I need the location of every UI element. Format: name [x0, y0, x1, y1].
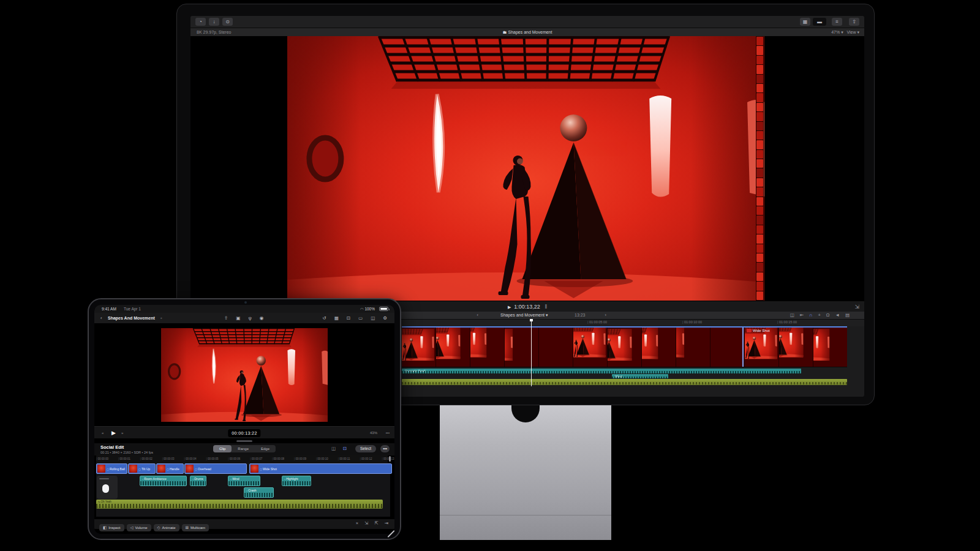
timeline-forward-icon[interactable]: › — [605, 312, 606, 319]
play-button[interactable]: ▶ — [111, 427, 116, 439]
primary-storyline[interactable]: Wide Shot — [402, 326, 847, 367]
ruler-tick: 00:00:08 — [272, 455, 294, 463]
ipad-ruler[interactable]: 00:00:0000:00:0100:00:0200:00:0300:00:04… — [96, 455, 388, 463]
playhead[interactable] — [531, 319, 532, 386]
more-icon[interactable]: ••• — [386, 427, 390, 439]
clip-boundary[interactable] — [742, 328, 744, 367]
audio-clip[interactable]: Wind — [228, 476, 260, 486]
toolbar-button[interactable]: ⊞ Multicam — [182, 524, 209, 531]
timeline-tool-icon[interactable]: + — [818, 312, 820, 319]
ruler-tick: 00:00:13 — [382, 455, 394, 463]
timeline-back-icon[interactable]: ‹ — [477, 312, 478, 319]
insert-icon[interactable]: ⇥ — [385, 520, 388, 526]
mode-option[interactable]: Edge — [255, 445, 276, 452]
audio-clip[interactable]: Room Ambience — [140, 476, 187, 486]
project-title[interactable]: Shapes And Movement — [108, 313, 155, 324]
fullscreen-icon[interactable]: ⇲ — [854, 301, 859, 312]
filmstrip-frame — [779, 328, 813, 367]
nav-icon[interactable]: ψ — [248, 313, 251, 324]
ipad-timeline: Rolling Ball Tilt Up Handle Overhead Wid… — [96, 463, 390, 517]
skip-back-icon[interactable]: « — [102, 427, 104, 439]
ruler-tick: 00:00:03 — [162, 455, 184, 463]
nav-icon[interactable]: ↺ — [322, 313, 326, 324]
selection-mode-segment[interactable]: ClipRangeEdge — [213, 445, 276, 452]
audio-clip[interactable]: Crash — [244, 487, 274, 498]
ipad-viewer-video[interactable] — [161, 328, 328, 422]
nav-icon[interactable]: ◉ — [260, 313, 264, 324]
clip-thumbnail — [251, 465, 258, 473]
clip-thumbnail — [129, 465, 137, 473]
audio-clip[interactable]: Drums — [190, 476, 206, 486]
video-clip[interactable]: Rolling Ball — [96, 463, 127, 474]
audio-clip[interactable]: Dramatic Swell — [402, 369, 801, 373]
toolbar-button-label: Animate — [162, 526, 176, 530]
timeline-tool-icon[interactable]: Ω — [826, 312, 830, 319]
mode-option[interactable]: Range — [232, 445, 255, 452]
toolbar-button-icon: ◧ — [103, 525, 107, 530]
timeline-project-name[interactable]: Shapes and Movement ▾ — [500, 312, 548, 319]
viewer-info-bar: 8K 29.97p, Stereo 🖿 Shapes and Movement … — [190, 28, 864, 36]
drag-handle[interactable] — [236, 440, 252, 442]
timeline-tool-icon[interactable]: ⇤ — [800, 312, 804, 319]
timeline-view-icon[interactable]: ⊡ — [343, 446, 347, 451]
sync-status-icon[interactable]: ◔ — [195, 18, 206, 26]
timeline-zoom-level[interactable]: 43% — [370, 427, 377, 439]
nav-right-icons: ↺▦⊡▭◫⚙ — [322, 313, 387, 324]
browser-grid-icon[interactable]: ▦ — [800, 18, 810, 26]
ruler-scrollbar[interactable] — [389, 456, 391, 462]
ipad-status-bar: 9:41 AM Tue Apr 1 ◠ 100% — [94, 305, 394, 313]
nav-icon[interactable]: ⊡ — [347, 313, 350, 324]
audio-clip[interactable]: Highlight — [282, 476, 311, 486]
connect-clips-icon[interactable]: ◫ — [331, 446, 336, 451]
share-icon[interactable]: ⇧ — [849, 18, 859, 26]
timeline-tool-icon[interactable]: ◫ — [790, 312, 794, 319]
filmstrip-frame — [745, 328, 779, 367]
adjustments-icon[interactable]: ≡ — [832, 18, 842, 26]
import-media-icon[interactable]: ↓ — [209, 18, 219, 26]
connected-clip-thumbnail[interactable] — [97, 476, 118, 499]
clip-thumbnail — [97, 465, 105, 473]
battery-icon — [379, 307, 388, 311]
filmstrip-column — [756, 36, 764, 301]
nav-icon[interactable]: ▦ — [334, 313, 339, 324]
filmstrip-frame — [813, 328, 847, 367]
nav-icon[interactable]: ⚙ — [383, 313, 387, 324]
video-clip[interactable]: Wide Shot — [249, 463, 392, 474]
nav-icon[interactable]: ▭ — [358, 313, 363, 324]
select-button[interactable]: Select — [355, 445, 376, 452]
view-dropdown[interactable]: View ▾ — [846, 30, 859, 34]
ruler-tick: 01:00:10:00 — [682, 320, 702, 324]
delete-icon[interactable]: × — [356, 520, 358, 526]
nav-icon[interactable]: ▣ — [236, 313, 240, 324]
toolbar-button[interactable]: ◧ Inspect — [99, 524, 124, 531]
ipad-transport-bar: « ▶ » 00:00:13:22 43% ••• — [94, 426, 394, 438]
nav-icon[interactable]: ◫ — [371, 313, 375, 324]
video-clip[interactable]: Handle — [156, 463, 184, 474]
timeline-tool-icon[interactable]: ∩ — [809, 312, 812, 319]
mode-option[interactable]: Clip — [213, 445, 232, 452]
audio-clip[interactable]: Wind — [612, 374, 668, 378]
back-icon[interactable]: ‹ — [100, 313, 102, 324]
append-icon[interactable]: ⇱ — [374, 520, 378, 526]
zoom-level-dropdown[interactable]: 47% ▾ — [831, 30, 843, 34]
timeline-tool-icon[interactable]: ◄ — [835, 312, 839, 319]
audio-meters-icon[interactable]: ‖ — [545, 304, 547, 310]
toolbar-button[interactable]: ◁ Volume — [127, 524, 151, 531]
play-button[interactable]: ▶ — [508, 305, 511, 309]
audio-clip-label: Drums — [192, 477, 203, 481]
toolbar-button[interactable]: ◇ Animate — [154, 524, 179, 531]
more-button[interactable]: ••• — [380, 445, 390, 452]
viewer-video[interactable] — [287, 36, 764, 301]
video-clip[interactable]: Overhead — [184, 463, 247, 474]
audio-clip-label: Dramatic Swell — [405, 369, 425, 373]
skip-fwd-icon[interactable]: » — [121, 427, 123, 439]
keyword-editor-icon[interactable]: ⊙ — [222, 18, 233, 26]
status-time: 9:41 AM — [102, 305, 116, 313]
nav-icon[interactable]: ⇧ — [224, 313, 228, 324]
timeline-tool-icon[interactable]: ▤ — [845, 312, 850, 319]
viewer-mode-icon[interactable]: ▬ — [813, 18, 826, 26]
overwrite-icon[interactable]: ⇲ — [364, 520, 368, 526]
video-clip[interactable]: Tilt Up — [128, 463, 156, 474]
music-clip[interactable]: Oh Yeah — [96, 500, 383, 509]
music-clip[interactable] — [402, 379, 847, 385]
